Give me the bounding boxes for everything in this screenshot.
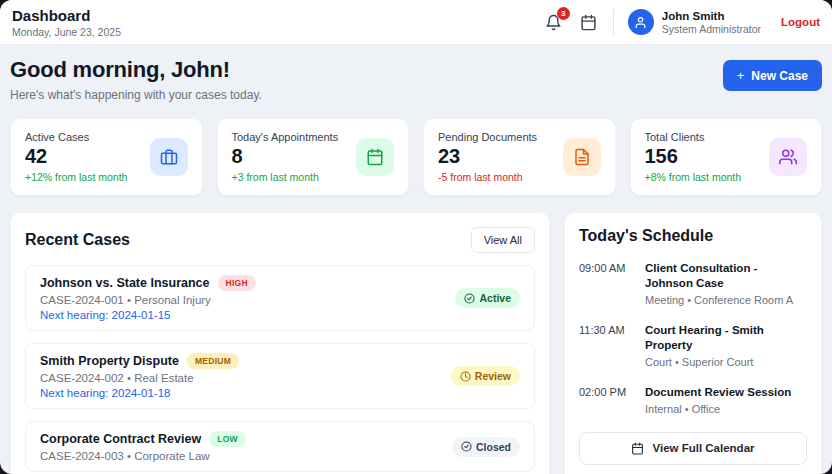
user-name: John Smith [662, 9, 761, 23]
notification-count-badge: 3 [557, 7, 570, 20]
status-label: Active [479, 292, 511, 304]
check-circle-icon [461, 441, 472, 452]
priority-badge: LOW [209, 431, 246, 447]
case-info: Johnson vs. State Insurance HIGH CASE-20… [40, 275, 256, 321]
calendar-button[interactable] [578, 12, 599, 33]
schedule-event: 11:30 AM Court Hearing - Smith Property … [579, 323, 807, 368]
stat-info: Pending Documents 23 -5 from last month [438, 131, 537, 183]
check-circle-icon [464, 293, 475, 304]
status-badge: Review [451, 366, 520, 386]
status-label: Review [475, 370, 511, 382]
priority-badge: HIGH [218, 275, 256, 291]
event-detail: Internal • Office [645, 403, 791, 415]
case-card-corporate[interactable]: Corporate Contract Review LOW CASE-2024-… [25, 421, 535, 472]
stat-change: +12% from last month [25, 171, 127, 183]
case-card-smith[interactable]: Smith Property Dispute MEDIUM CASE-2024-… [25, 343, 535, 409]
case-name: Smith Property Dispute [40, 354, 179, 368]
stat-card-pending-documents: Pending Documents 23 -5 from last month [423, 118, 616, 196]
divider [613, 9, 614, 35]
case-info: Corporate Contract Review LOW CASE-2024-… [40, 431, 246, 462]
case-info: Smith Property Dispute MEDIUM CASE-2024-… [40, 353, 239, 399]
user-icon [634, 16, 647, 29]
stat-info: Today's Appointments 8 +3 from last mont… [232, 131, 339, 183]
status-badge: Active [455, 288, 520, 308]
calendar-icon [580, 14, 597, 31]
topbar-right: 3 John Smith System Administrator [543, 9, 820, 35]
notifications-button[interactable]: 3 [543, 12, 564, 33]
user-role: System Administrator [662, 23, 761, 35]
user-info: John Smith System Administrator [662, 9, 761, 35]
app-window: Dashboard Monday, June 23, 2025 3 [0, 0, 832, 474]
current-date: Monday, June 23, 2025 [12, 26, 121, 38]
user-chip[interactable]: John Smith System Administrator [628, 9, 761, 35]
case-card-johnson[interactable]: Johnson vs. State Insurance HIGH CASE-20… [25, 265, 535, 331]
case-meta: CASE-2024-003 • Corporate Law [40, 450, 246, 462]
status-badge: Closed [452, 437, 520, 457]
stat-card-appointments: Today's Appointments 8 +3 from last mont… [217, 118, 410, 196]
case-name: Corporate Contract Review [40, 432, 201, 446]
recent-cases-header: Recent Cases View All [25, 227, 535, 253]
recent-cases-title: Recent Cases [25, 231, 130, 249]
stat-value: 23 [438, 145, 537, 168]
calendar-icon [631, 442, 644, 455]
event-body: Client Consultation - Johnson Case Meeti… [645, 261, 807, 306]
recent-cases-panel: Recent Cases View All Johnson vs. State … [10, 212, 550, 474]
main-content: Good morning, John! Here's what's happen… [0, 45, 832, 474]
view-all-button[interactable]: View All [471, 227, 535, 253]
new-case-button[interactable]: + New Case [723, 60, 822, 91]
event-detail: Meeting • Conference Room A [645, 294, 807, 306]
top-bar: Dashboard Monday, June 23, 2025 3 [0, 0, 832, 45]
logout-button[interactable]: Logout [781, 16, 820, 28]
schedule-event: 02:00 PM Document Review Session Interna… [579, 385, 807, 415]
stat-card-active-cases: Active Cases 42 +12% from last month [10, 118, 203, 196]
calendar-icon [356, 138, 394, 176]
greeting-text: Good morning, John! Here's what's happen… [10, 57, 262, 102]
new-case-label: New Case [751, 69, 808, 83]
event-time: 02:00 PM [579, 385, 631, 415]
event-body: Document Review Session Internal • Offic… [645, 385, 791, 415]
schedule-event: 09:00 AM Client Consultation - Johnson C… [579, 261, 807, 306]
view-full-calendar-button[interactable]: View Full Calendar [579, 432, 807, 465]
stats-row: Active Cases 42 +12% from last month Tod… [10, 118, 822, 196]
greeting-subtitle: Here's what's happening with your cases … [10, 88, 262, 102]
case-meta: CASE-2024-001 • Personal Injury [40, 294, 256, 306]
stat-info: Active Cases 42 +12% from last month [25, 131, 127, 183]
clock-icon [460, 371, 471, 382]
event-title: Document Review Session [645, 385, 791, 400]
stat-card-total-clients: Total Clients 156 +8% from last month [630, 118, 823, 196]
schedule-header: Today's Schedule [579, 227, 807, 245]
event-title: Client Consultation - Johnson Case [645, 261, 807, 291]
status-label: Closed [476, 441, 511, 453]
stat-label: Total Clients [645, 131, 742, 143]
stat-change: -5 from last month [438, 171, 537, 183]
stat-change: +3 from last month [232, 171, 339, 183]
plus-icon: + [737, 68, 745, 83]
briefcase-icon [150, 138, 188, 176]
case-meta: CASE-2024-002 • Real Estate [40, 372, 239, 384]
schedule-title: Today's Schedule [579, 227, 713, 245]
stat-change: +8% from last month [645, 171, 742, 183]
stat-value: 42 [25, 145, 127, 168]
avatar [628, 9, 654, 35]
panels-row: Recent Cases View All Johnson vs. State … [10, 212, 822, 474]
case-next-hearing-link[interactable]: Next hearing: 2024-01-15 [40, 309, 256, 321]
schedule-panel: Today's Schedule 09:00 AM Client Consult… [564, 212, 822, 474]
priority-badge: MEDIUM [187, 353, 239, 369]
event-body: Court Hearing - Smith Property Court • S… [645, 323, 807, 368]
stat-value: 8 [232, 145, 339, 168]
stat-value: 156 [645, 145, 742, 168]
stat-label: Today's Appointments [232, 131, 339, 143]
file-text-icon [563, 138, 601, 176]
event-detail: Court • Superior Court [645, 356, 807, 368]
event-title: Court Hearing - Smith Property [645, 323, 807, 353]
greeting-title: Good morning, John! [10, 57, 262, 83]
case-name: Johnson vs. State Insurance [40, 276, 210, 290]
event-time: 09:00 AM [579, 261, 631, 306]
topbar-left: Dashboard Monday, June 23, 2025 [12, 7, 121, 38]
case-next-hearing-link[interactable]: Next hearing: 2024-01-18 [40, 387, 239, 399]
stat-info: Total Clients 156 +8% from last month [645, 131, 742, 183]
users-icon [769, 138, 807, 176]
page-title: Dashboard [12, 7, 121, 25]
view-full-calendar-label: View Full Calendar [652, 442, 754, 454]
greeting-section: Good morning, John! Here's what's happen… [10, 57, 822, 102]
